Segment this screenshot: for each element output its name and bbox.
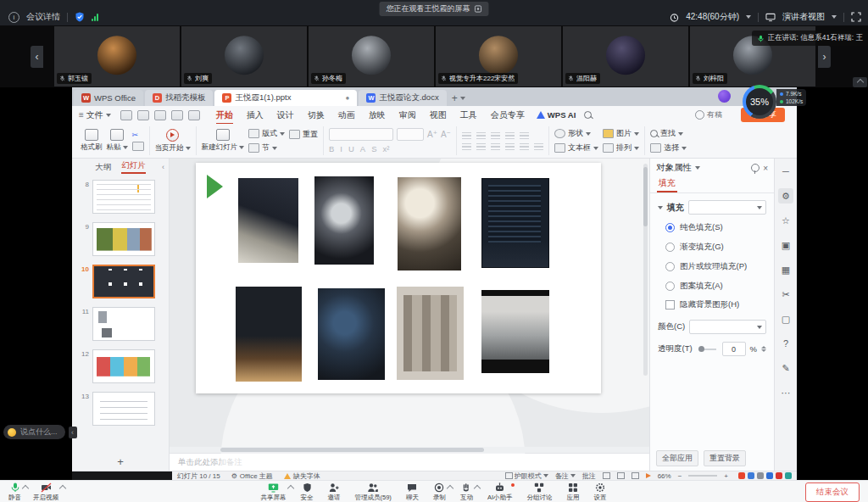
tray-icon[interactable] — [785, 472, 792, 479]
timer-caret-icon[interactable] — [746, 15, 751, 19]
align-center-icon[interactable] — [476, 142, 486, 150]
normal-view-icon[interactable] — [603, 472, 610, 479]
end-meeting-button[interactable]: 结束会议 — [805, 482, 860, 502]
hide-background-checkbox[interactable]: 隐藏背景图形(H) — [658, 299, 766, 310]
tray-icon[interactable] — [766, 472, 773, 479]
participant-tile[interactable]: 郭玉镶 — [54, 26, 180, 86]
layout-button[interactable]: 版式 — [248, 128, 285, 139]
pin-icon[interactable] — [751, 164, 760, 172]
format-toggle[interactable]: I — [340, 144, 342, 153]
numbering-icon[interactable] — [476, 131, 486, 139]
mute-options-chevron[interactable] — [22, 484, 29, 491]
canvas-vertical-scrollbar[interactable] — [643, 164, 648, 376]
manage-members-button[interactable]: 管理成员(59) — [352, 482, 395, 502]
menu-item[interactable]: 放映 — [362, 109, 392, 121]
undo-icon[interactable] — [171, 110, 183, 120]
slide-photo[interactable] — [481, 178, 549, 268]
panel-collapse-icon[interactable]: ‹ — [162, 163, 164, 171]
missing-font-warning[interactable]: 缺失字体 — [284, 471, 320, 481]
shape-button[interactable]: 形状 — [554, 128, 598, 139]
share-options-chevron[interactable] — [287, 484, 293, 491]
rail-icon[interactable]: ▢ — [778, 311, 793, 326]
apps-button[interactable]: 应用 — [563, 482, 582, 502]
emoji-icon[interactable] — [8, 428, 16, 437]
zoom-level[interactable]: 66% — [658, 472, 671, 480]
picture-button[interactable]: 图片 — [603, 128, 639, 139]
menu-item[interactable]: 插入 — [240, 109, 270, 121]
tray-icon[interactable] — [748, 472, 754, 479]
search-icon[interactable] — [584, 111, 592, 119]
comments-toggle[interactable]: 批注 — [582, 471, 596, 481]
outdent-icon[interactable] — [491, 131, 500, 139]
rail-icon[interactable]: ▦ — [778, 262, 793, 277]
tray-icon[interactable] — [776, 472, 782, 479]
fill-radio-option[interactable]: 纯色填充(S) — [665, 222, 766, 233]
eye-mode-button[interactable]: 护眼模式 — [505, 471, 548, 481]
zoom-in-button[interactable]: + — [724, 472, 728, 480]
menu-item[interactable]: 审阅 — [392, 109, 423, 121]
fill-radio-option[interactable]: 图案填充(A) — [665, 281, 766, 292]
zoom-slider[interactable] — [688, 475, 717, 477]
format-toggle[interactable]: x² — [383, 144, 390, 153]
chat-collapse-button[interactable]: ‹ — [69, 427, 77, 438]
slide-photo[interactable] — [314, 176, 374, 265]
redo-icon[interactable] — [188, 110, 200, 120]
slide-photo[interactable] — [397, 287, 464, 380]
arrange-button[interactable]: 排列 — [603, 142, 639, 153]
section-collapse-icon[interactable] — [658, 206, 663, 209]
quick-chat[interactable]: 说点什么... ‹ — [3, 425, 77, 439]
wps-ai-button[interactable]: WPS AI — [537, 110, 576, 120]
chat-button[interactable]: 聊天 — [403, 482, 422, 502]
strip-collapse-button[interactable] — [853, 77, 867, 87]
format-toggle[interactable]: S — [371, 144, 376, 153]
share-screen-button[interactable]: 共享屏幕 — [258, 482, 290, 502]
align-left-icon[interactable] — [462, 142, 471, 150]
fill-tab[interactable]: 填充 — [657, 177, 677, 192]
meeting-details-link[interactable]: 会议详情 — [26, 11, 60, 23]
textbox-button[interactable]: 文本框 — [554, 142, 598, 153]
rail-icon[interactable]: ⋯ — [778, 385, 793, 400]
unsaved-dot-icon[interactable]: ● — [346, 94, 350, 102]
bullets-icon[interactable] — [462, 131, 471, 139]
opacity-stepper[interactable] — [761, 346, 766, 352]
slide-thumbnail[interactable]: 12 — [72, 347, 169, 389]
participant-tile[interactable]: 刘爽 — [181, 26, 307, 86]
menu-item[interactable]: 切换 — [301, 109, 331, 121]
tab-wps-office[interactable]: W WPS Office — [74, 90, 143, 106]
export-pdf-icon[interactable] — [154, 110, 166, 120]
opacity-input[interactable]: 0 — [722, 342, 746, 356]
breakout-rooms-button[interactable]: 分组讨论 — [523, 482, 555, 502]
slide-thumbnail[interactable]: 13 — [72, 389, 169, 432]
rail-icon[interactable]: ▣ — [778, 237, 793, 253]
play-from-current-button[interactable]: 当页开始 — [155, 129, 191, 153]
current-slide[interactable] — [196, 163, 601, 393]
participant-tile[interactable]: 温阳赫 — [563, 26, 688, 86]
rail-icon[interactable]: ─ — [778, 164, 793, 179]
format-toggle[interactable]: A — [360, 144, 365, 153]
find-button[interactable]: 查找 — [650, 128, 687, 139]
fill-radio-option[interactable]: 图片或纹理填充(P) — [665, 261, 766, 272]
file-menu[interactable]: ≡ 文件 — [79, 109, 111, 121]
settings-button[interactable]: 设置 — [590, 482, 609, 502]
slides-tab[interactable]: 幻灯片 — [121, 160, 146, 174]
new-tab-button[interactable]: + — [452, 92, 458, 104]
select-button[interactable]: 选择 — [650, 142, 687, 153]
font-family-select[interactable] — [329, 128, 393, 141]
reactions-button[interactable]: 互动 — [457, 482, 476, 502]
video-button[interactable]: 开启视频 — [30, 482, 62, 502]
new-slide-button[interactable]: 新建幻灯片 — [202, 129, 245, 153]
green-triangle-shape[interactable] — [207, 175, 223, 198]
slide-photo[interactable] — [481, 290, 549, 373]
add-slide-button[interactable]: + — [72, 454, 169, 471]
menu-item[interactable]: 开始 — [209, 109, 240, 121]
format-toggle[interactable]: B — [329, 144, 334, 153]
grow-font-icon[interactable]: A⁺ — [427, 130, 437, 139]
slide-photo[interactable] — [398, 177, 461, 271]
distribute-icon[interactable] — [520, 142, 529, 150]
rail-icon[interactable]: ? — [778, 336, 793, 351]
tab-docx-document[interactable]: W 王悦霞论文.docx — [359, 90, 446, 106]
participant-tile[interactable]: 视觉专升本222宋安然 — [436, 26, 561, 86]
tab-docer-templates[interactable]: D 找稻壳模板 — [145, 90, 214, 106]
text-direction-icon[interactable] — [534, 142, 543, 150]
menu-item[interactable]: 会员专享 — [484, 109, 531, 121]
